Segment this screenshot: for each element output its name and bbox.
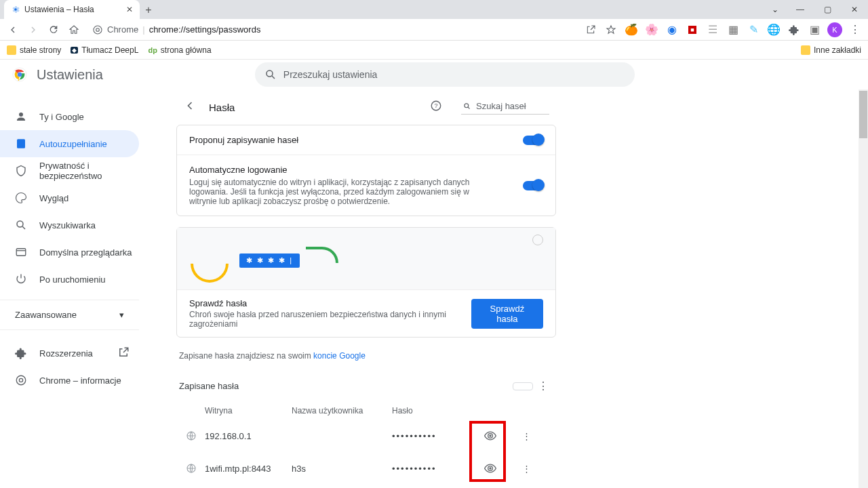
scrollbar[interactable]	[859, 89, 868, 488]
page-header: Hasła ? Szukaj haseł	[176, 89, 556, 125]
auto-signin-toggle[interactable]	[523, 181, 543, 190]
row-site[interactable]: 192.168.0.1	[205, 431, 292, 441]
svg-point-9	[19, 378, 22, 382]
sidebar-label: Domyślna przeglądarka	[39, 247, 132, 258]
extensions-menu-icon[interactable]	[785, 21, 803, 39]
globe-icon	[186, 463, 197, 474]
col-user: Nazwa użytkownika	[292, 406, 392, 415]
add-password-button[interactable]	[513, 382, 533, 390]
settings-panel: Proponuj zapisywanie haseł Automatyczne …	[176, 125, 556, 216]
sidebar-item-on-startup[interactable]: Po uruchomieniu	[0, 266, 139, 293]
search-icon	[264, 68, 277, 81]
chevron-down-icon[interactable]: ⌄	[764, 0, 787, 19]
help-icon[interactable]: ?	[430, 100, 442, 115]
row-site[interactable]: 1wifi.mtp.pl:8443	[205, 464, 292, 474]
sidebar-item-privacy[interactable]: Prywatność i bezpieczeństwo	[0, 157, 139, 184]
extension-icon[interactable]: ☰	[704, 21, 722, 39]
check-passwords-title: Sprawdź hasła	[189, 298, 471, 308]
back-icon[interactable]	[183, 99, 197, 115]
svg-point-5	[267, 70, 273, 77]
sidebar-advanced-toggle[interactable]: Zaawansowane ▾	[0, 300, 139, 330]
home-button[interactable]	[65, 21, 83, 39]
offer-save-toggle[interactable]	[523, 136, 543, 145]
extension-icon[interactable]: ◉	[663, 21, 681, 39]
kebab-menu-icon[interactable]: ⋮	[514, 431, 538, 441]
search-placeholder: Przeszukaj ustawienia	[283, 69, 378, 80]
chevron-down-icon: ▾	[119, 310, 124, 320]
extension-icon[interactable]: 🌸	[643, 21, 660, 39]
auto-signin-row: Automatyczne logowanie Loguj się automat…	[177, 155, 555, 216]
sidebar-item-you-and-google[interactable]: Ty i Google	[0, 103, 139, 130]
svg-rect-7	[16, 249, 26, 256]
folder-icon	[801, 45, 810, 55]
sidebar-label: Rozszerzenia	[39, 348, 93, 359]
close-window-button[interactable]: ✕	[841, 0, 868, 19]
globe-icon	[186, 430, 197, 441]
password-search-placeholder: Szukaj haseł	[476, 101, 526, 111]
extension-icon[interactable]: ▦	[724, 21, 742, 39]
extension-icon[interactable]: ✎	[745, 21, 762, 39]
sidebar-item-appearance[interactable]: Wygląd	[0, 184, 139, 211]
chrome-icon	[92, 24, 103, 35]
auto-signin-desc: Loguj się automatycznie do witryn i apli…	[189, 178, 474, 206]
scrollbar-thumb[interactable]	[859, 91, 867, 138]
profile-avatar[interactable]: K	[826, 21, 844, 39]
svg-point-2	[96, 28, 100, 31]
window-controls: ⌄ — ▢ ✕	[764, 0, 868, 19]
saved-passwords-header: Zapisane hasła ⋮	[176, 370, 556, 399]
url-host: Chrome	[107, 24, 138, 35]
bookmark-label: Tłumacz DeepL	[81, 45, 138, 55]
extension-icon[interactable]: ■	[684, 21, 701, 39]
check-passwords-panel: ✱ ✱ ✱ ✱ | Sprawdź hasła Chroń swoje hasł…	[176, 227, 556, 338]
google-account-link[interactable]: koncie Google	[313, 351, 366, 361]
tab-title: Ustawienia – Hasła	[24, 5, 94, 14]
bookmark-item[interactable]: dpstrona główna	[148, 45, 211, 55]
sidebar-item-extensions[interactable]: Rozszerzenia	[0, 340, 139, 367]
sidebar-item-search[interactable]: Wyszukiwarka	[0, 211, 139, 239]
sidebar-item-autofill[interactable]: Autouzupełnianie	[0, 130, 139, 157]
minimize-button[interactable]: —	[787, 0, 814, 19]
password-search[interactable]: Szukaj haseł	[461, 100, 549, 115]
sidebar-label: Ty i Google	[39, 112, 84, 122]
maximize-button[interactable]: ▢	[814, 0, 841, 19]
bookmark-other-folder[interactable]: Inne zakładki	[801, 45, 861, 55]
new-tab-button[interactable]: +	[140, 1, 157, 19]
kebab-menu-icon[interactable]: ⋮	[846, 21, 864, 39]
check-passwords-button[interactable]: Sprawdź hasła	[471, 299, 543, 329]
browser-tab[interactable]: Ustawienia – Hasła ✕	[4, 0, 140, 19]
bookmark-item[interactable]: ◆Tłumacz DeepL	[71, 45, 138, 55]
sidebar-item-default-browser[interactable]: Domyślna przeglądarka	[0, 239, 139, 266]
row-password: ••••••••••	[392, 464, 467, 474]
extension-icon[interactable]: ▣	[806, 21, 823, 39]
gear-icon	[11, 5, 20, 14]
app-title: Ustawienia	[37, 67, 103, 83]
sidebar-item-about[interactable]: Chrome – informacje	[0, 367, 139, 394]
share-icon[interactable]	[582, 21, 599, 39]
settings-search[interactable]: Przeszukaj ustawienia	[255, 62, 635, 87]
sidebar-label: Po uruchomieniu	[39, 274, 106, 285]
reload-button[interactable]	[45, 21, 62, 39]
row-password: ••••••••••	[392, 431, 467, 441]
col-pass: Hasło	[392, 406, 467, 415]
annotation-highlight	[469, 421, 506, 482]
forward-button[interactable]	[24, 21, 42, 39]
close-icon[interactable]: ✕	[126, 5, 133, 14]
bookmark-folder[interactable]: stałe strony	[7, 45, 61, 55]
page-title: Hasła	[209, 102, 235, 113]
google-account-note: Zapisane hasła znajdziesz na swoim konci…	[176, 348, 556, 370]
sidebar-label: Chrome – informacje	[39, 375, 121, 386]
note-text: Zapisane hasła znajdziesz na swoim	[179, 351, 313, 361]
kebab-menu-icon[interactable]: ⋮	[533, 380, 553, 392]
bookmark-label: strona główna	[161, 45, 212, 55]
back-button[interactable]	[4, 21, 22, 39]
auto-signin-label: Automatyczne logowanie	[189, 165, 474, 175]
search-icon	[462, 102, 472, 111]
extension-icon[interactable]: 🍊	[623, 21, 640, 39]
star-icon[interactable]	[602, 21, 620, 39]
kebab-menu-icon[interactable]: ⋮	[514, 464, 538, 474]
extension-icon[interactable]: 🌐	[765, 21, 783, 39]
svg-point-8	[16, 375, 26, 385]
chrome-logo-icon	[12, 67, 27, 82]
url-field[interactable]: Chrome | chrome://settings/passwords	[85, 21, 267, 39]
open-external-icon	[117, 346, 130, 361]
